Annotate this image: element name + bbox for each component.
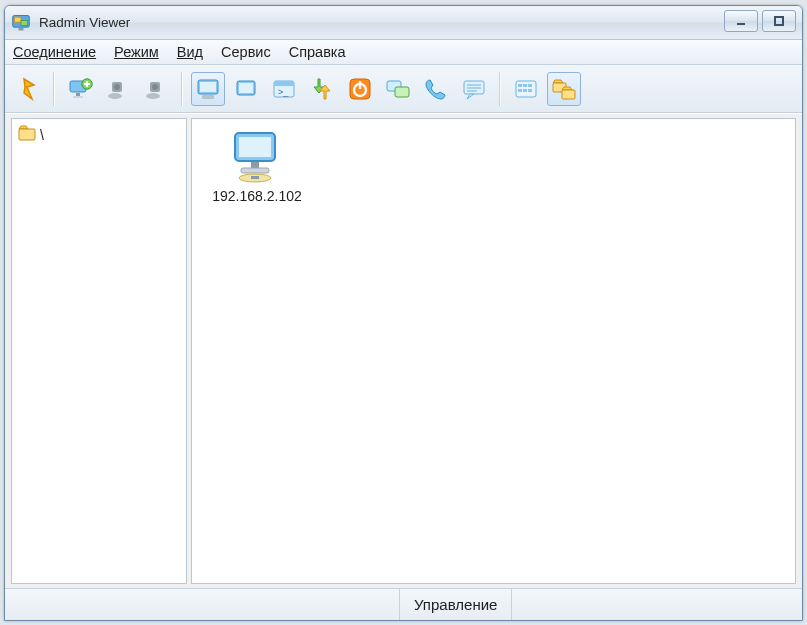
folder-icon <box>18 125 36 144</box>
svg-rect-17 <box>200 82 216 92</box>
svg-rect-37 <box>518 89 522 92</box>
svg-rect-36 <box>528 84 532 87</box>
shutdown-button[interactable] <box>343 72 377 106</box>
window-title: Radmin Viewer <box>39 15 130 30</box>
svg-rect-7 <box>76 93 80 96</box>
svg-rect-3 <box>19 28 24 31</box>
app-icon <box>11 13 31 33</box>
svg-rect-2 <box>21 20 28 25</box>
scan-button-2[interactable] <box>139 72 173 106</box>
cmd-button[interactable]: >_ <box>267 72 301 106</box>
menu-mode[interactable]: Режим <box>114 44 159 60</box>
svg-rect-34 <box>518 84 522 87</box>
properties-button[interactable] <box>509 72 543 106</box>
client-area: \ 192.168.2.102 <box>5 113 802 588</box>
svg-rect-38 <box>523 89 527 92</box>
svg-rect-18 <box>202 95 214 99</box>
svg-rect-48 <box>251 176 259 179</box>
svg-rect-22 <box>274 81 294 86</box>
status-mode: Управление <box>400 589 512 620</box>
svg-rect-42 <box>19 129 35 140</box>
tree-panel[interactable]: \ <box>11 118 187 584</box>
maximize-button[interactable] <box>762 10 796 32</box>
toolbar-separator <box>53 72 55 106</box>
statusbar: Управление <box>5 588 802 620</box>
connect-button[interactable] <box>11 72 45 106</box>
tree-toggle-button[interactable] <box>547 72 581 106</box>
svg-rect-46 <box>241 168 269 173</box>
menu-connection[interactable]: Соединение <box>13 44 96 60</box>
list-item[interactable]: 192.168.2.102 <box>202 129 312 204</box>
toolbar-separator <box>499 72 501 106</box>
minimize-button[interactable] <box>724 10 758 32</box>
svg-point-10 <box>108 93 122 99</box>
tree-root[interactable]: \ <box>18 125 180 144</box>
list-item-label: 192.168.2.102 <box>202 188 312 204</box>
svg-rect-5 <box>775 17 783 25</box>
svg-rect-41 <box>562 90 575 99</box>
svg-rect-45 <box>251 162 259 168</box>
list-panel[interactable]: 192.168.2.102 <box>191 118 796 584</box>
svg-rect-20 <box>239 83 253 93</box>
svg-rect-8 <box>73 96 83 98</box>
svg-rect-1 <box>14 17 21 22</box>
svg-point-12 <box>114 84 120 90</box>
computer-icon <box>227 129 287 184</box>
add-computer-button[interactable] <box>63 72 97 106</box>
window-controls <box>718 6 802 36</box>
svg-text:>_: >_ <box>278 87 289 97</box>
svg-point-15 <box>152 84 158 90</box>
file-transfer-button[interactable] <box>305 72 339 106</box>
full-control-button[interactable] <box>191 72 225 106</box>
scan-button-1[interactable] <box>101 72 135 106</box>
menubar: Соединение Режим Вид Сервис Справка <box>5 40 802 65</box>
svg-rect-35 <box>523 84 527 87</box>
svg-rect-28 <box>395 87 409 97</box>
menu-help[interactable]: Справка <box>289 44 346 60</box>
voice-chat-button[interactable] <box>419 72 453 106</box>
titlebar[interactable]: Radmin Viewer <box>5 6 802 40</box>
status-left <box>5 589 400 620</box>
menu-service[interactable]: Сервис <box>221 44 271 60</box>
toolbar-separator <box>181 72 183 106</box>
send-message-button[interactable] <box>381 72 415 106</box>
svg-rect-39 <box>528 89 532 92</box>
tree-root-label: \ <box>40 127 44 143</box>
svg-point-13 <box>146 93 160 99</box>
toolbar: >_ <box>5 65 802 113</box>
menu-view[interactable]: Вид <box>177 44 203 60</box>
svg-rect-44 <box>239 137 271 157</box>
text-chat-button[interactable] <box>457 72 491 106</box>
view-only-button[interactable] <box>229 72 263 106</box>
application-window: Radmin Viewer Соединение Режим Вид Серви… <box>4 5 803 621</box>
